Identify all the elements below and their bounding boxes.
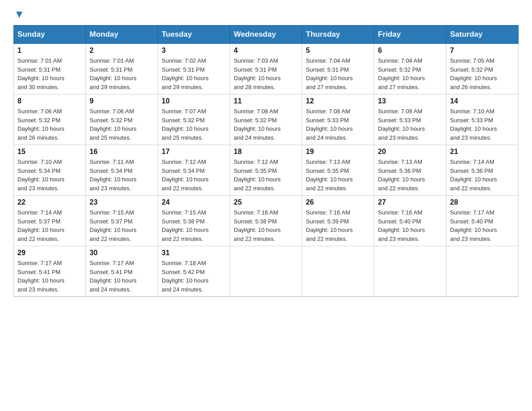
calendar-cell: 7 Sunrise: 7:05 AM Sunset: 5:32 PM Dayli… (446, 44, 519, 94)
calendar-cell (374, 246, 446, 297)
calendar-cell: 26 Sunrise: 7:16 AM Sunset: 5:39 PM Dayl… (302, 196, 374, 246)
calendar-cell: 5 Sunrise: 7:04 AM Sunset: 5:31 PM Dayli… (302, 44, 374, 94)
day-info: Sunrise: 7:17 AM Sunset: 5:41 PM Dayligh… (17, 259, 82, 294)
calendar-cell: 24 Sunrise: 7:15 AM Sunset: 5:38 PM Dayl… (158, 196, 230, 246)
day-info: Sunrise: 7:13 AM Sunset: 5:35 PM Dayligh… (306, 158, 370, 193)
logo-triangle-icon (14, 10, 24, 20)
calendar-cell: 28 Sunrise: 7:17 AM Sunset: 5:40 PM Dayl… (446, 196, 519, 246)
calendar-cell: 23 Sunrise: 7:15 AM Sunset: 5:37 PM Dayl… (86, 196, 158, 246)
day-number: 11 (234, 97, 298, 105)
day-info: Sunrise: 7:10 AM Sunset: 5:33 PM Dayligh… (450, 107, 515, 142)
day-info: Sunrise: 7:16 AM Sunset: 5:38 PM Dayligh… (234, 208, 298, 243)
day-info: Sunrise: 7:17 AM Sunset: 5:41 PM Dayligh… (90, 259, 154, 294)
day-info: Sunrise: 7:07 AM Sunset: 5:32 PM Dayligh… (162, 107, 226, 142)
calendar-cell: 19 Sunrise: 7:13 AM Sunset: 5:35 PM Dayl… (302, 145, 374, 196)
day-number: 2 (90, 47, 154, 55)
day-number: 16 (90, 148, 154, 156)
day-info: Sunrise: 7:05 AM Sunset: 5:32 PM Dayligh… (450, 56, 515, 91)
calendar-week-4: 22 Sunrise: 7:14 AM Sunset: 5:37 PM Dayl… (14, 196, 519, 246)
weekday-header-friday: Friday (374, 26, 446, 44)
day-number: 4 (234, 47, 298, 55)
day-number: 30 (90, 249, 154, 257)
day-info: Sunrise: 7:01 AM Sunset: 5:31 PM Dayligh… (17, 56, 82, 91)
weekday-header-thursday: Thursday (302, 26, 374, 44)
day-number: 17 (162, 148, 226, 156)
calendar-header-row: SundayMondayTuesdayWednesdayThursdayFrid… (14, 26, 519, 44)
weekday-header-sunday: Sunday (14, 26, 86, 44)
day-info: Sunrise: 7:09 AM Sunset: 5:33 PM Dayligh… (378, 107, 442, 142)
calendar-cell (302, 246, 374, 297)
calendar-cell: 25 Sunrise: 7:16 AM Sunset: 5:38 PM Dayl… (230, 196, 302, 246)
day-number: 31 (162, 249, 226, 257)
calendar-cell: 14 Sunrise: 7:10 AM Sunset: 5:33 PM Dayl… (446, 94, 519, 145)
day-number: 18 (234, 148, 298, 156)
calendar-week-3: 15 Sunrise: 7:10 AM Sunset: 5:34 PM Dayl… (14, 145, 519, 196)
calendar-week-1: 1 Sunrise: 7:01 AM Sunset: 5:31 PM Dayli… (14, 44, 519, 94)
calendar-cell: 8 Sunrise: 7:06 AM Sunset: 5:32 PM Dayli… (14, 94, 86, 145)
day-info: Sunrise: 7:14 AM Sunset: 5:36 PM Dayligh… (450, 158, 515, 193)
day-number: 27 (378, 198, 442, 206)
calendar-week-2: 8 Sunrise: 7:06 AM Sunset: 5:32 PM Dayli… (14, 94, 519, 145)
day-info: Sunrise: 7:08 AM Sunset: 5:33 PM Dayligh… (306, 107, 370, 142)
calendar-cell: 31 Sunrise: 7:18 AM Sunset: 5:42 PM Dayl… (158, 246, 230, 297)
day-info: Sunrise: 7:13 AM Sunset: 5:36 PM Dayligh… (378, 158, 442, 193)
calendar-table: SundayMondayTuesdayWednesdayThursdayFrid… (13, 25, 519, 297)
day-info: Sunrise: 7:18 AM Sunset: 5:42 PM Dayligh… (162, 259, 226, 294)
day-info: Sunrise: 7:01 AM Sunset: 5:31 PM Dayligh… (90, 56, 154, 91)
day-info: Sunrise: 7:15 AM Sunset: 5:37 PM Dayligh… (90, 208, 154, 243)
calendar-week-5: 29 Sunrise: 7:17 AM Sunset: 5:41 PM Dayl… (14, 246, 519, 297)
day-number: 13 (378, 97, 442, 105)
svg-marker-0 (16, 12, 22, 18)
calendar-cell: 22 Sunrise: 7:14 AM Sunset: 5:37 PM Dayl… (14, 196, 86, 246)
calendar-cell: 11 Sunrise: 7:08 AM Sunset: 5:32 PM Dayl… (230, 94, 302, 145)
day-number: 7 (450, 47, 515, 55)
day-number: 15 (17, 148, 82, 156)
day-number: 25 (234, 198, 298, 206)
calendar-cell: 18 Sunrise: 7:12 AM Sunset: 5:35 PM Dayl… (230, 145, 302, 196)
calendar-cell: 30 Sunrise: 7:17 AM Sunset: 5:41 PM Dayl… (86, 246, 158, 297)
day-info: Sunrise: 7:04 AM Sunset: 5:31 PM Dayligh… (306, 56, 370, 91)
day-info: Sunrise: 7:10 AM Sunset: 5:34 PM Dayligh… (17, 158, 82, 193)
day-number: 5 (306, 47, 370, 55)
calendar-cell: 3 Sunrise: 7:02 AM Sunset: 5:31 PM Dayli… (158, 44, 230, 94)
calendar-cell: 15 Sunrise: 7:10 AM Sunset: 5:34 PM Dayl… (14, 145, 86, 196)
day-info: Sunrise: 7:16 AM Sunset: 5:40 PM Dayligh… (378, 208, 442, 243)
day-info: Sunrise: 7:06 AM Sunset: 5:32 PM Dayligh… (17, 107, 82, 142)
day-number: 23 (90, 198, 154, 206)
calendar-cell: 13 Sunrise: 7:09 AM Sunset: 5:33 PM Dayl… (374, 94, 446, 145)
calendar-cell: 6 Sunrise: 7:04 AM Sunset: 5:32 PM Dayli… (374, 44, 446, 94)
day-number: 3 (162, 47, 226, 55)
day-number: 28 (450, 198, 515, 206)
day-number: 24 (162, 198, 226, 206)
day-number: 29 (17, 249, 82, 257)
day-number: 10 (162, 97, 226, 105)
day-number: 19 (306, 148, 370, 156)
day-number: 26 (306, 198, 370, 206)
calendar-cell: 29 Sunrise: 7:17 AM Sunset: 5:41 PM Dayl… (14, 246, 86, 297)
calendar-cell: 21 Sunrise: 7:14 AM Sunset: 5:36 PM Dayl… (446, 145, 519, 196)
day-info: Sunrise: 7:12 AM Sunset: 5:35 PM Dayligh… (234, 158, 298, 193)
day-number: 20 (378, 148, 442, 156)
day-info: Sunrise: 7:11 AM Sunset: 5:34 PM Dayligh… (90, 158, 154, 193)
day-info: Sunrise: 7:04 AM Sunset: 5:32 PM Dayligh… (378, 56, 442, 91)
day-info: Sunrise: 7:02 AM Sunset: 5:31 PM Dayligh… (162, 56, 226, 91)
day-number: 21 (450, 148, 515, 156)
day-number: 14 (450, 97, 515, 105)
day-number: 1 (17, 47, 82, 55)
calendar-cell: 10 Sunrise: 7:07 AM Sunset: 5:32 PM Dayl… (158, 94, 230, 145)
calendar-cell: 2 Sunrise: 7:01 AM Sunset: 5:31 PM Dayli… (86, 44, 158, 94)
calendar-cell: 1 Sunrise: 7:01 AM Sunset: 5:31 PM Dayli… (14, 44, 86, 94)
page-header (13, 9, 519, 18)
day-number: 8 (17, 97, 82, 105)
logo (13, 9, 24, 18)
calendar-cell: 17 Sunrise: 7:12 AM Sunset: 5:34 PM Dayl… (158, 145, 230, 196)
calendar-cell: 20 Sunrise: 7:13 AM Sunset: 5:36 PM Dayl… (374, 145, 446, 196)
day-number: 12 (306, 97, 370, 105)
weekday-header-wednesday: Wednesday (230, 26, 302, 44)
weekday-header-tuesday: Tuesday (158, 26, 230, 44)
day-info: Sunrise: 7:16 AM Sunset: 5:39 PM Dayligh… (306, 208, 370, 243)
weekday-header-saturday: Saturday (446, 26, 519, 44)
day-info: Sunrise: 7:06 AM Sunset: 5:32 PM Dayligh… (90, 107, 154, 142)
day-info: Sunrise: 7:14 AM Sunset: 5:37 PM Dayligh… (17, 208, 82, 243)
weekday-header-monday: Monday (86, 26, 158, 44)
